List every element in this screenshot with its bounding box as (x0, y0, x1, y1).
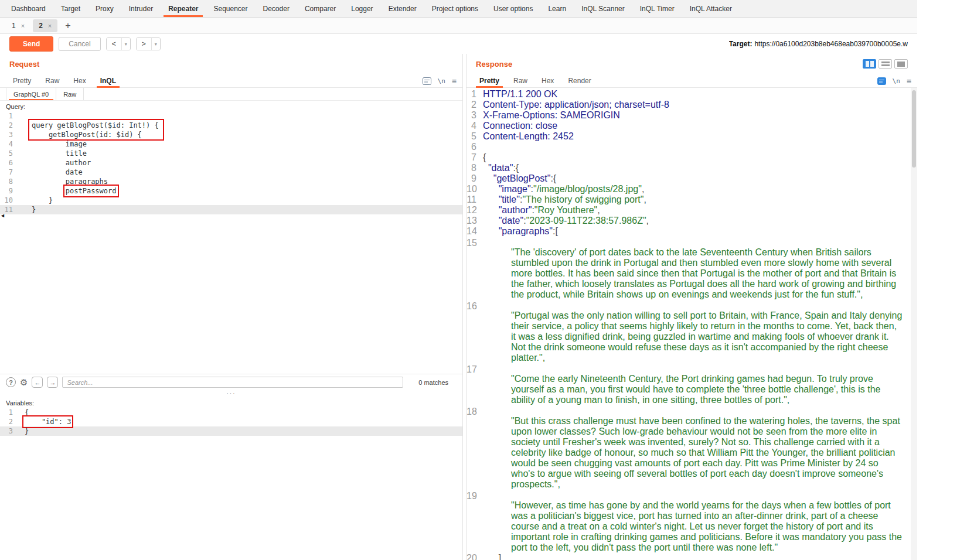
help-icon[interactable]: ? (6, 377, 16, 387)
scrollbar-thumb[interactable] (912, 90, 916, 168)
pretty-print-icon[interactable] (423, 77, 431, 85)
line-number: 19 (467, 491, 479, 553)
menu-item-repeater[interactable]: Repeater (161, 0, 206, 17)
request-subtab-graphql-0[interactable]: GraphQL #0 (6, 88, 56, 100)
query-lines: 12query getBlogPost($id: Int!) {3 getBlo… (0, 111, 462, 214)
layout-single-icon[interactable] (894, 59, 908, 69)
code-token: "The history of swigging port" (522, 194, 643, 204)
code-token (483, 173, 493, 183)
next-request-dropdown-icon[interactable]: ▾ (151, 38, 160, 50)
code-line: 4Connection: close (467, 121, 917, 131)
request-tab-raw[interactable]: Raw (38, 74, 66, 87)
line-text: HTTP/1.1 200 OK (479, 89, 904, 100)
code-token: "getBlogPost" (493, 173, 551, 183)
line-text: "image":"/image/blog/posts/28.jpg", (479, 184, 904, 194)
menu-item-project-options[interactable]: Project options (424, 0, 486, 17)
menu-item-learn[interactable]: Learn (540, 0, 574, 17)
line-text: "Portugal was the only nation willing to… (479, 301, 904, 363)
line-text: Connection: close (479, 121, 904, 131)
menu-item-logger[interactable]: Logger (343, 0, 380, 17)
code-line: 10 "image":"/image/blog/posts/28.jpg", (467, 184, 917, 194)
code-token: title (32, 149, 87, 158)
response-tab-render[interactable]: Render (561, 74, 598, 87)
show-newlines-icon[interactable]: \n (438, 77, 445, 85)
layout-rows-icon[interactable] (879, 59, 892, 69)
menu-item-extender[interactable]: Extender (381, 0, 424, 17)
close-tab-icon[interactable]: × (21, 22, 25, 29)
line-number: 12 (467, 205, 479, 216)
target-value: https://0a6100d203b8eb468eab039700b0005e… (754, 40, 908, 48)
response-body[interactable]: 1HTTP/1.1 200 OK2Content-Type: applicati… (467, 88, 917, 560)
code-token: } (32, 196, 53, 204)
layout-columns-icon[interactable] (863, 59, 876, 69)
prev-request-dropdown-icon[interactable]: ▾ (121, 38, 130, 50)
gear-icon[interactable]: ⚙ (20, 378, 28, 387)
request-tab-pretty[interactable]: Pretty (6, 74, 38, 87)
request-tab-inql[interactable]: InQL (93, 74, 123, 87)
prev-request-group: < ▾ (106, 37, 131, 50)
response-scrollbar[interactable] (911, 88, 917, 560)
menu-item-intruder[interactable]: Intruder (121, 0, 161, 17)
menu-item-inql-attacker[interactable]: InQL Attacker (682, 0, 740, 17)
send-button[interactable]: Send (9, 36, 53, 52)
collapse-arrow-icon[interactable]: ◄ (0, 213, 5, 218)
menu-item-dashboard[interactable]: Dashboard (4, 0, 53, 17)
menu-item-user-options[interactable]: User options (486, 0, 540, 17)
code-token: author (32, 159, 91, 167)
pretty-print-active-icon[interactable] (877, 77, 886, 85)
code-token: :[ (553, 226, 558, 236)
search-input[interactable] (62, 377, 403, 388)
code-line: 7 date (0, 168, 462, 177)
close-tab-icon[interactable]: × (48, 22, 52, 29)
prev-request-button[interactable]: < (107, 38, 121, 50)
line-text: } (18, 426, 29, 436)
line-text: { (479, 152, 904, 163)
code-token: Content-Length: 2452 (483, 131, 574, 141)
prev-match-button[interactable]: ← (32, 377, 43, 388)
code-token: postPassword (66, 187, 117, 195)
code-line: 3 getBlogPost(id: $id) { (0, 130, 462, 139)
menu-item-sequencer[interactable]: Sequencer (206, 0, 255, 17)
line-number: 8 (0, 177, 18, 186)
repeater-tab-2[interactable]: 2× (33, 19, 57, 32)
request-tab-hex[interactable]: Hex (66, 74, 93, 87)
menu-item-decoder[interactable]: Decoder (256, 0, 297, 17)
editor-menu-icon[interactable]: ≡ (452, 78, 457, 84)
line-text: "id": 3 (18, 417, 71, 426)
code-token: "2023-09-11T22:38:57.986Z" (526, 216, 646, 226)
variables-editor[interactable]: 1{2 "id": 33} (0, 408, 462, 560)
menu-item-proxy[interactable]: Proxy (88, 0, 121, 17)
editor-menu-icon[interactable]: ≡ (907, 78, 911, 84)
response-tab-pretty[interactable]: Pretty (472, 74, 506, 87)
target-url: Target:https://0a6100d203b8eb468eab03970… (729, 40, 908, 48)
show-newlines-icon[interactable]: \n (893, 77, 900, 85)
menu-item-comparer[interactable]: Comparer (297, 0, 343, 17)
splitter-handle[interactable]: ··· (0, 390, 462, 397)
cancel-button[interactable]: Cancel (59, 37, 100, 51)
add-tab-button[interactable]: + (60, 21, 76, 31)
menu-item-inql-scanner[interactable]: InQL Scanner (574, 0, 632, 17)
code-line: 1{ (0, 408, 462, 417)
next-request-group: > ▾ (136, 37, 161, 50)
line-text: title (18, 149, 87, 158)
line-text: "However, as time has gone by and the wo… (479, 491, 904, 553)
response-tab-hex[interactable]: Hex (534, 74, 561, 87)
repeater-tab-1[interactable]: 1× (6, 19, 30, 32)
repeater-tabstrip: 1×2×+ (0, 18, 917, 34)
request-subtab-raw[interactable]: Raw (56, 88, 84, 100)
response-tab-raw[interactable]: Raw (506, 74, 534, 87)
menu-item-target[interactable]: Target (53, 0, 88, 17)
line-number: 17 (467, 364, 479, 405)
line-number: 7 (467, 152, 479, 163)
code-line: 6 (467, 142, 917, 152)
query-editor[interactable]: 12query getBlogPost($id: Int!) {3 getBlo… (0, 111, 462, 374)
code-token: "However, as time has gone by and the wo… (511, 500, 904, 552)
code-line: 1HTTP/1.1 200 OK (467, 89, 917, 100)
request-title: Request (9, 60, 39, 69)
next-match-button[interactable]: → (47, 377, 58, 388)
line-text: "date":"2023-09-11T22:38:57.986Z", (479, 216, 904, 226)
line-number: 6 (0, 158, 18, 168)
code-token (483, 226, 499, 236)
menu-item-inql-timer[interactable]: InQL Timer (632, 0, 682, 17)
next-request-button[interactable]: > (137, 38, 151, 50)
